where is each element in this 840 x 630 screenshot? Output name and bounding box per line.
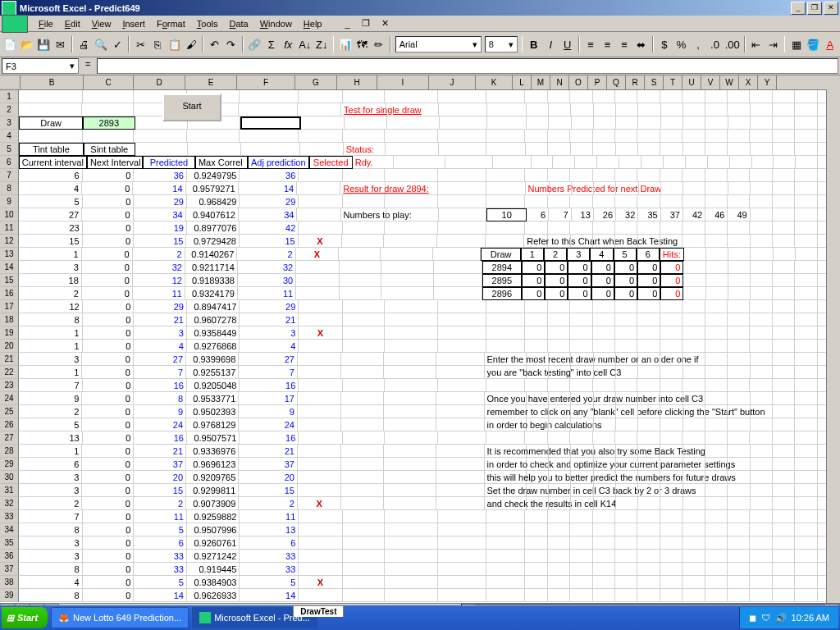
cell-S12[interactable] [682,235,705,248]
cell-E27[interactable]: 0.9507571 [187,431,240,445]
cell-B25[interactable]: 2 [19,405,82,418]
row-header-1[interactable]: 1 [0,90,19,103]
cell-V27[interactable] [750,431,772,445]
cell-C33[interactable]: 0 [83,510,135,523]
cell-J33[interactable] [438,510,486,523]
cell-C27[interactable]: 0 [83,431,135,445]
cell-K22[interactable]: you are "back testing" into cell C3 [485,366,527,379]
cell-I21[interactable] [384,353,436,366]
cell-H21[interactable] [341,353,383,366]
cell-X26[interactable] [795,418,817,431]
cell-H11[interactable] [343,221,386,235]
cell-F39[interactable]: 14 [240,589,299,602]
cell-E31[interactable]: 0.9299811 [186,484,239,497]
cell-V36[interactable] [750,550,772,563]
cell-R9[interactable] [660,195,682,208]
cell-E20[interactable]: 0.9276868 [187,340,240,353]
row-header-37[interactable]: 37 [0,563,19,576]
cell-H1[interactable] [343,90,386,103]
cell-Q4[interactable] [637,130,660,143]
cell-O17[interactable] [593,300,615,313]
cell-H34[interactable] [343,523,386,536]
cell-I12[interactable] [384,235,436,248]
cell-C32[interactable]: 0 [82,497,133,510]
cell-W39[interactable] [773,589,795,602]
cell-F8[interactable]: 14 [239,182,298,195]
cell-S26[interactable] [683,418,705,431]
cell-V33[interactable] [750,510,772,523]
cell-R17[interactable] [660,300,682,313]
cell-P30[interactable] [616,471,638,484]
cell-H26[interactable] [341,418,383,431]
cell-L22[interactable] [527,366,549,379]
col-header-K[interactable]: K [476,75,513,89]
cell-E19[interactable]: 0.9358449 [187,326,240,340]
cell-L28[interactable] [527,445,549,458]
cell-E25[interactable]: 0.9502393 [186,405,239,418]
cell-F4[interactable] [240,130,299,143]
cell-C37[interactable]: 0 [83,563,135,576]
cell-S7[interactable] [682,169,705,182]
cell-V28[interactable] [751,445,773,458]
cell-W26[interactable] [773,418,795,431]
cell-T13[interactable] [706,248,728,261]
cell-O12[interactable] [593,235,615,248]
cell-F22[interactable]: 7 [239,366,298,379]
cell-E32[interactable]: 0.9073909 [186,497,239,510]
cell-T24[interactable] [705,392,728,405]
cell-R31[interactable] [660,484,682,497]
cell-X4[interactable] [795,130,817,143]
cell-N16[interactable]: 0 [568,287,591,300]
cell-G24[interactable] [298,392,341,405]
cell-I37[interactable] [385,563,438,576]
cell-N17[interactable] [570,300,592,313]
cell-D8[interactable]: 14 [133,182,185,195]
cell-X24[interactable] [795,392,817,405]
sort-desc-icon[interactable]: Z↓ [314,34,330,54]
cell-R24[interactable] [660,392,682,405]
cell-N35[interactable] [570,536,592,550]
cell-O28[interactable] [594,445,616,458]
cell-B13[interactable]: 1 [19,248,82,261]
cell-U12[interactable] [728,235,750,248]
cell-N38[interactable] [570,576,592,589]
cell-K35[interactable] [486,536,526,550]
cell-C10[interactable]: 0 [82,208,133,221]
spreadsheet-grid[interactable]: BCDEFGHIJKLMNOPQRSTUVWXY 12Test for sing… [0,75,840,603]
cell-M26[interactable] [549,418,571,431]
col-header-E[interactable]: E [185,75,237,89]
cell-C22[interactable]: 0 [82,366,133,379]
cell-D24[interactable]: 8 [134,392,186,405]
cell-P37[interactable] [615,563,637,576]
cell-T30[interactable] [705,471,728,484]
mail-icon[interactable]: ✉ [53,34,69,54]
cell-E8[interactable]: 0.9579271 [186,182,239,195]
cell-L15[interactable]: 0 [522,274,545,287]
row-header-35[interactable]: 35 [0,536,19,550]
cell-L1[interactable] [525,90,547,103]
cell-K1[interactable] [486,90,526,103]
cell-O25[interactable] [594,405,616,418]
cell-O38[interactable] [593,576,615,589]
cell-I15[interactable] [381,274,434,287]
cell-V26[interactable] [751,418,773,431]
cell-I17[interactable] [385,300,438,313]
cell-T35[interactable] [705,536,728,550]
cell-E12[interactable]: 0.9729428 [186,235,239,248]
cell-X3[interactable] [795,116,817,130]
cell-B8[interactable]: 4 [19,182,82,195]
cell-F16[interactable]: 11 [238,287,296,300]
bold-icon[interactable]: B [526,34,541,54]
cell-R4[interactable] [660,130,682,143]
tray-icon[interactable]: ◼ [749,613,756,623]
cell-P4[interactable] [615,130,637,143]
cell-B29[interactable]: 6 [19,458,82,471]
cell-E14[interactable]: 0.9211714 [185,261,238,274]
row-header-7[interactable]: 7 [0,169,19,182]
cell-O1[interactable] [593,90,615,103]
system-tray[interactable]: ◼ 🛡 🔊 10:26 AM [739,607,838,628]
cell-G8[interactable] [297,182,340,195]
cell-R11[interactable] [660,221,682,235]
cell-J28[interactable] [436,445,485,458]
row-header-9[interactable]: 9 [0,195,19,208]
